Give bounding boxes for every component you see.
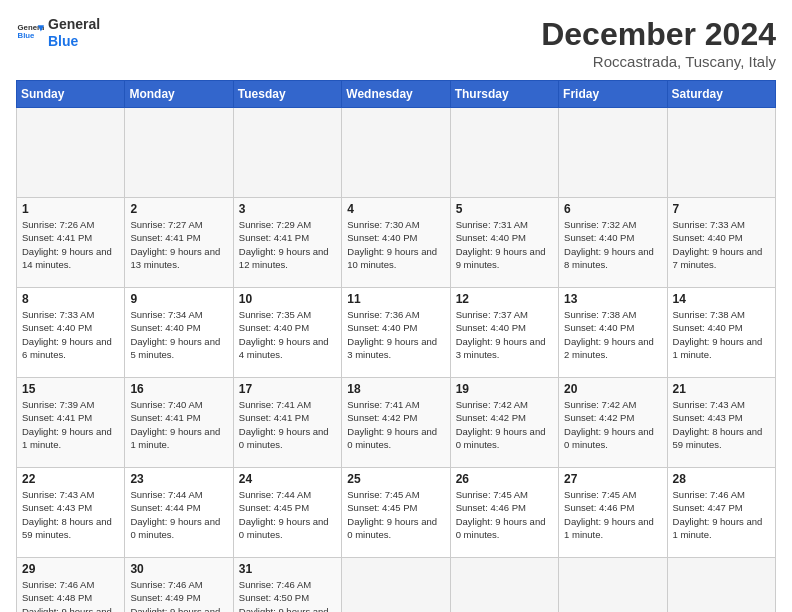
- cell-detail: Sunrise: 7:43 AMSunset: 4:43 PMDaylight:…: [673, 399, 763, 450]
- day-number: 5: [456, 202, 553, 216]
- calendar-cell: 25 Sunrise: 7:45 AMSunset: 4:45 PMDaylig…: [342, 468, 450, 558]
- calendar-cell: [450, 108, 558, 198]
- cell-detail: Sunrise: 7:46 AMSunset: 4:50 PMDaylight:…: [239, 579, 329, 612]
- calendar-cell: 15 Sunrise: 7:39 AMSunset: 4:41 PMDaylig…: [17, 378, 125, 468]
- day-number: 26: [456, 472, 553, 486]
- logo: General Blue General Blue: [16, 16, 100, 50]
- logo-text-line2: Blue: [48, 33, 100, 50]
- day-number: 1: [22, 202, 119, 216]
- calendar-cell: [559, 558, 667, 613]
- day-number: 12: [456, 292, 553, 306]
- logo-icon: General Blue: [16, 19, 44, 47]
- cell-detail: Sunrise: 7:26 AMSunset: 4:41 PMDaylight:…: [22, 219, 112, 270]
- day-number: 15: [22, 382, 119, 396]
- cell-detail: Sunrise: 7:27 AMSunset: 4:41 PMDaylight:…: [130, 219, 220, 270]
- cell-detail: Sunrise: 7:43 AMSunset: 4:43 PMDaylight:…: [22, 489, 112, 540]
- day-number: 23: [130, 472, 227, 486]
- day-number: 2: [130, 202, 227, 216]
- week-row-1: 1 Sunrise: 7:26 AMSunset: 4:41 PMDayligh…: [17, 198, 776, 288]
- day-number: 11: [347, 292, 444, 306]
- calendar-cell: 8 Sunrise: 7:33 AMSunset: 4:40 PMDayligh…: [17, 288, 125, 378]
- calendar-cell: 10 Sunrise: 7:35 AMSunset: 4:40 PMDaylig…: [233, 288, 341, 378]
- calendar-cell: 3 Sunrise: 7:29 AMSunset: 4:41 PMDayligh…: [233, 198, 341, 288]
- week-row-0: [17, 108, 776, 198]
- week-row-4: 22 Sunrise: 7:43 AMSunset: 4:43 PMDaylig…: [17, 468, 776, 558]
- day-number: 31: [239, 562, 336, 576]
- calendar-cell: 22 Sunrise: 7:43 AMSunset: 4:43 PMDaylig…: [17, 468, 125, 558]
- cell-detail: Sunrise: 7:46 AMSunset: 4:49 PMDaylight:…: [130, 579, 220, 612]
- calendar-cell: 17 Sunrise: 7:41 AMSunset: 4:41 PMDaylig…: [233, 378, 341, 468]
- col-header-friday: Friday: [559, 81, 667, 108]
- calendar-cell: 4 Sunrise: 7:30 AMSunset: 4:40 PMDayligh…: [342, 198, 450, 288]
- calendar-cell: 28 Sunrise: 7:46 AMSunset: 4:47 PMDaylig…: [667, 468, 775, 558]
- cell-detail: Sunrise: 7:42 AMSunset: 4:42 PMDaylight:…: [456, 399, 546, 450]
- calendar-cell: 24 Sunrise: 7:44 AMSunset: 4:45 PMDaylig…: [233, 468, 341, 558]
- calendar-cell: 27 Sunrise: 7:45 AMSunset: 4:46 PMDaylig…: [559, 468, 667, 558]
- day-number: 21: [673, 382, 770, 396]
- week-row-3: 15 Sunrise: 7:39 AMSunset: 4:41 PMDaylig…: [17, 378, 776, 468]
- col-header-monday: Monday: [125, 81, 233, 108]
- calendar-cell: [125, 108, 233, 198]
- calendar-cell: 11 Sunrise: 7:36 AMSunset: 4:40 PMDaylig…: [342, 288, 450, 378]
- cell-detail: Sunrise: 7:29 AMSunset: 4:41 PMDaylight:…: [239, 219, 329, 270]
- col-header-wednesday: Wednesday: [342, 81, 450, 108]
- calendar-cell: [17, 108, 125, 198]
- calendar-cell: 13 Sunrise: 7:38 AMSunset: 4:40 PMDaylig…: [559, 288, 667, 378]
- logo-text-line1: General: [48, 16, 100, 33]
- calendar-cell: 14 Sunrise: 7:38 AMSunset: 4:40 PMDaylig…: [667, 288, 775, 378]
- cell-detail: Sunrise: 7:31 AMSunset: 4:40 PMDaylight:…: [456, 219, 546, 270]
- col-header-tuesday: Tuesday: [233, 81, 341, 108]
- cell-detail: Sunrise: 7:41 AMSunset: 4:42 PMDaylight:…: [347, 399, 437, 450]
- day-number: 6: [564, 202, 661, 216]
- calendar-cell: 26 Sunrise: 7:45 AMSunset: 4:46 PMDaylig…: [450, 468, 558, 558]
- svg-text:Blue: Blue: [18, 31, 36, 40]
- calendar-cell: 18 Sunrise: 7:41 AMSunset: 4:42 PMDaylig…: [342, 378, 450, 468]
- calendar-cell: 16 Sunrise: 7:40 AMSunset: 4:41 PMDaylig…: [125, 378, 233, 468]
- day-number: 10: [239, 292, 336, 306]
- cell-detail: Sunrise: 7:44 AMSunset: 4:45 PMDaylight:…: [239, 489, 329, 540]
- cell-detail: Sunrise: 7:41 AMSunset: 4:41 PMDaylight:…: [239, 399, 329, 450]
- cell-detail: Sunrise: 7:39 AMSunset: 4:41 PMDaylight:…: [22, 399, 112, 450]
- day-number: 19: [456, 382, 553, 396]
- day-number: 14: [673, 292, 770, 306]
- calendar-cell: 19 Sunrise: 7:42 AMSunset: 4:42 PMDaylig…: [450, 378, 558, 468]
- calendar-cell: [342, 558, 450, 613]
- calendar-cell: 12 Sunrise: 7:37 AMSunset: 4:40 PMDaylig…: [450, 288, 558, 378]
- calendar-cell: 23 Sunrise: 7:44 AMSunset: 4:44 PMDaylig…: [125, 468, 233, 558]
- cell-detail: Sunrise: 7:33 AMSunset: 4:40 PMDaylight:…: [673, 219, 763, 270]
- calendar-cell: 1 Sunrise: 7:26 AMSunset: 4:41 PMDayligh…: [17, 198, 125, 288]
- week-row-2: 8 Sunrise: 7:33 AMSunset: 4:40 PMDayligh…: [17, 288, 776, 378]
- col-header-thursday: Thursday: [450, 81, 558, 108]
- calendar-cell: 20 Sunrise: 7:42 AMSunset: 4:42 PMDaylig…: [559, 378, 667, 468]
- day-number: 30: [130, 562, 227, 576]
- cell-detail: Sunrise: 7:38 AMSunset: 4:40 PMDaylight:…: [673, 309, 763, 360]
- location-title: Roccastrada, Tuscany, Italy: [541, 53, 776, 70]
- day-number: 29: [22, 562, 119, 576]
- day-number: 3: [239, 202, 336, 216]
- calendar-cell: [667, 558, 775, 613]
- cell-detail: Sunrise: 7:38 AMSunset: 4:40 PMDaylight:…: [564, 309, 654, 360]
- cell-detail: Sunrise: 7:45 AMSunset: 4:45 PMDaylight:…: [347, 489, 437, 540]
- day-number: 9: [130, 292, 227, 306]
- cell-detail: Sunrise: 7:45 AMSunset: 4:46 PMDaylight:…: [456, 489, 546, 540]
- cell-detail: Sunrise: 7:33 AMSunset: 4:40 PMDaylight:…: [22, 309, 112, 360]
- calendar-cell: 9 Sunrise: 7:34 AMSunset: 4:40 PMDayligh…: [125, 288, 233, 378]
- col-header-saturday: Saturday: [667, 81, 775, 108]
- cell-detail: Sunrise: 7:35 AMSunset: 4:40 PMDaylight:…: [239, 309, 329, 360]
- day-number: 18: [347, 382, 444, 396]
- cell-detail: Sunrise: 7:44 AMSunset: 4:44 PMDaylight:…: [130, 489, 220, 540]
- header: General Blue General Blue December 2024 …: [16, 16, 776, 70]
- day-number: 24: [239, 472, 336, 486]
- title-area: December 2024 Roccastrada, Tuscany, Ital…: [541, 16, 776, 70]
- cell-detail: Sunrise: 7:32 AMSunset: 4:40 PMDaylight:…: [564, 219, 654, 270]
- calendar-cell: 2 Sunrise: 7:27 AMSunset: 4:41 PMDayligh…: [125, 198, 233, 288]
- col-header-sunday: Sunday: [17, 81, 125, 108]
- calendar-cell: [233, 108, 341, 198]
- calendar-cell: [559, 108, 667, 198]
- calendar-cell: [667, 108, 775, 198]
- cell-detail: Sunrise: 7:45 AMSunset: 4:46 PMDaylight:…: [564, 489, 654, 540]
- calendar-cell: 29 Sunrise: 7:46 AMSunset: 4:48 PMDaylig…: [17, 558, 125, 613]
- day-number: 25: [347, 472, 444, 486]
- calendar-cell: [450, 558, 558, 613]
- calendar-cell: 6 Sunrise: 7:32 AMSunset: 4:40 PMDayligh…: [559, 198, 667, 288]
